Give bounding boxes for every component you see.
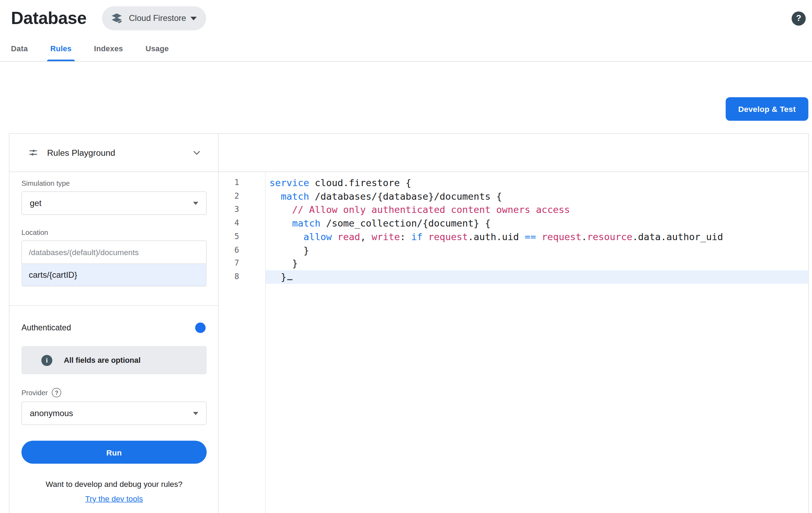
- code-line-3[interactable]: // Allow only authenticated content owne…: [266, 203, 809, 217]
- code-line-6[interactable]: }: [266, 243, 809, 257]
- help-icon[interactable]: ?: [792, 11, 806, 25]
- tab-usage[interactable]: Usage: [145, 45, 169, 61]
- page-header: Database Cloud Firestore ?: [0, 0, 812, 30]
- dropdown-caret-icon: [193, 412, 198, 415]
- line-number: 7: [219, 257, 239, 270]
- tab-data[interactable]: Data: [11, 45, 28, 61]
- editor-header: [219, 134, 809, 172]
- line-number: 8: [219, 270, 239, 284]
- chevron-down-icon: [190, 16, 197, 20]
- provider-select[interactable]: anonymous: [22, 401, 207, 425]
- code-line-5[interactable]: allow read, write: if request.auth.uid =…: [266, 230, 809, 244]
- rules-editor: 12345678 service cloud.firestore { match…: [219, 172, 809, 513]
- line-number: 5: [219, 230, 239, 244]
- line-number: 1: [219, 176, 239, 190]
- text-cursor: [287, 271, 292, 280]
- line-number: 6: [219, 243, 239, 257]
- playground-title: Rules Playground: [47, 148, 115, 158]
- firestore-icon: [111, 12, 123, 25]
- line-number: 4: [219, 216, 239, 230]
- code-line-1[interactable]: service cloud.firestore {: [266, 176, 809, 190]
- tab-indexes[interactable]: Indexes: [94, 45, 123, 61]
- collapse-chevron-icon[interactable]: [192, 148, 202, 158]
- line-number: 3: [219, 203, 239, 217]
- playground-panel: Simulation type get Location /databases/…: [9, 172, 219, 513]
- editor-code[interactable]: service cloud.firestore { match /databas…: [266, 172, 809, 513]
- location-label: Location: [22, 229, 207, 237]
- divider: [9, 305, 218, 306]
- database-selector[interactable]: Cloud Firestore: [102, 6, 206, 30]
- info-banner-text: All fields are optional: [64, 356, 141, 365]
- dev-tools-question: Want to develop and debug your rules?: [22, 480, 207, 489]
- location-prefix-input[interactable]: /databases/(default)/documents: [22, 240, 207, 264]
- info-banner: i All fields are optional: [22, 346, 207, 374]
- provider-label: Provider: [22, 389, 48, 397]
- develop-test-button[interactable]: Develop & Test: [725, 97, 808, 121]
- dropdown-caret-icon: [193, 201, 198, 205]
- code-line-7[interactable]: }: [266, 257, 809, 270]
- playground-header[interactable]: Rules Playground: [9, 134, 219, 172]
- tune-icon: [28, 148, 38, 158]
- simulation-type-select[interactable]: get: [22, 191, 207, 215]
- toolbar: Develop & Test: [0, 97, 812, 121]
- toggle-thumb: [195, 323, 206, 333]
- rules-card: Rules Playground Simulation type get Loc…: [9, 133, 809, 513]
- page-title: Database: [11, 8, 87, 28]
- provider-value: anonymous: [30, 408, 73, 418]
- simulation-type-value: get: [30, 198, 42, 208]
- code-line-8[interactable]: }: [266, 270, 809, 284]
- authenticated-row: Authenticated: [22, 322, 207, 334]
- location-group: /databases/(default)/documents carts/{ca…: [22, 240, 207, 286]
- authenticated-toggle[interactable]: [181, 322, 207, 334]
- provider-help-icon[interactable]: ?: [52, 388, 61, 397]
- code-line-4[interactable]: match /some_collection/{document} {: [266, 216, 809, 230]
- provider-row: Provider ?: [22, 388, 207, 397]
- authenticated-label: Authenticated: [22, 323, 71, 332]
- line-number: 2: [219, 190, 239, 203]
- run-button[interactable]: Run: [22, 441, 207, 464]
- simulation-type-label: Simulation type: [22, 179, 207, 187]
- database-selector-label: Cloud Firestore: [129, 14, 186, 23]
- tab-rules[interactable]: Rules: [50, 45, 72, 61]
- dev-tools-link[interactable]: Try the dev tools: [85, 494, 143, 503]
- editor-gutter: 12345678: [219, 172, 266, 513]
- location-input[interactable]: carts/{cartID}: [22, 264, 207, 287]
- info-icon: i: [42, 355, 53, 366]
- code-line-2[interactable]: match /databases/{database}/documents {: [266, 190, 809, 203]
- tab-bar: Data Rules Indexes Usage: [0, 45, 812, 62]
